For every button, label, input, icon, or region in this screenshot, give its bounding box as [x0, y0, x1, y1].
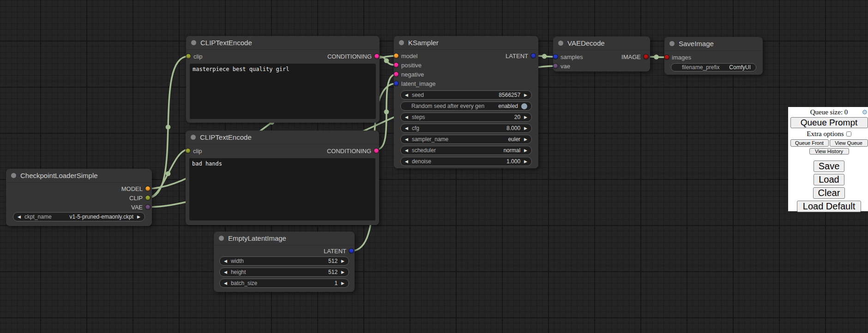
node-title-bar[interactable]: CLIPTextEncode	[186, 131, 379, 144]
port-images-input[interactable]	[664, 55, 669, 59]
node-title-bar[interactable]: CheckpointLoaderSimple	[6, 169, 152, 183]
increment-arrow-icon[interactable]: ▶	[341, 270, 344, 274]
widget-ckpt-name[interactable]: ◀ ckpt_name v1-5-pruned-emaonly.ckpt ▶	[13, 212, 145, 221]
decrement-arrow-icon[interactable]: ◀	[405, 93, 408, 97]
load-default-button[interactable]: Load Default	[797, 201, 861, 212]
port-image-output[interactable]	[644, 54, 648, 59]
view-queue-button[interactable]: View Queue	[830, 139, 868, 147]
port-positive-input[interactable]	[394, 63, 398, 67]
extra-options-checkbox[interactable]	[846, 131, 851, 137]
node-collapse-dot-icon[interactable]	[669, 41, 675, 46]
decrement-arrow-icon[interactable]: ◀	[405, 126, 408, 131]
widget-label: cfg	[412, 125, 419, 131]
increment-arrow-icon[interactable]: ▶	[524, 160, 527, 164]
input-label-latent-image: latent_image	[401, 80, 435, 87]
port-clip-output[interactable]	[145, 196, 150, 200]
clear-button[interactable]: Clear	[813, 187, 845, 199]
output-label-image: IMAGE	[621, 54, 641, 60]
port-model-output[interactable]	[145, 186, 150, 191]
node-clip-text-encode-negative[interactable]: CLIPTextEncode clip CONDITIONING bad han…	[186, 131, 379, 225]
port-model-input[interactable]	[394, 54, 398, 58]
node-graph-canvas[interactable]: CheckpointLoaderSimple MODEL CLIP VAE ◀ …	[0, 0, 868, 333]
node-collapse-dot-icon[interactable]	[191, 40, 196, 45]
increment-arrow-icon[interactable]: ▶	[341, 259, 344, 263]
toggle-enabled-icon[interactable]	[521, 103, 527, 109]
port-negative-input[interactable]	[394, 72, 398, 77]
output-label-latent: LATENT	[324, 248, 346, 255]
save-button[interactable]: Save	[814, 161, 845, 172]
widget-scheduler[interactable]: ◀ scheduler normal ▶	[400, 146, 532, 155]
node-title-bar[interactable]: SaveImage	[664, 37, 763, 51]
port-latent-output[interactable]	[349, 249, 354, 253]
node-save-image[interactable]: SaveImage images filename_prefix ComfyUI	[664, 37, 763, 75]
widget-seed[interactable]: ◀ seed 8566257 ▶	[400, 90, 532, 100]
port-samples-input[interactable]	[553, 54, 558, 59]
widget-sampler-name[interactable]: ◀ sampler_name euler ▶	[400, 135, 532, 144]
widget-filename-prefix[interactable]: filename_prefix ComfyUI	[671, 63, 756, 71]
settings-gear-icon[interactable]: ⚙	[862, 108, 868, 116]
output-label-vae: VAE	[131, 204, 143, 211]
extra-options-label: Extra options	[807, 130, 844, 138]
port-conditioning-output[interactable]	[374, 54, 379, 59]
negative-prompt-textarea[interactable]: bad hands	[189, 158, 375, 220]
widget-value: 8.000	[506, 125, 520, 131]
decrement-arrow-icon[interactable]: ◀	[224, 259, 227, 263]
node-title-bar[interactable]: KSampler	[394, 36, 538, 50]
increment-arrow-icon[interactable]: ▶	[524, 126, 527, 131]
node-collapse-dot-icon[interactable]	[399, 40, 404, 45]
decrement-arrow-icon[interactable]: ◀	[405, 137, 408, 142]
node-title: SaveImage	[679, 40, 714, 48]
node-title-bar[interactable]: CLIPTextEncode	[186, 36, 380, 50]
output-label-latent: LATENT	[506, 53, 528, 59]
decrement-arrow-icon[interactable]: ◀	[405, 115, 408, 119]
decrement-arrow-icon[interactable]: ◀	[224, 281, 227, 285]
node-collapse-dot-icon[interactable]	[191, 135, 196, 140]
decrement-arrow-icon[interactable]: ◀	[18, 215, 21, 219]
positive-prompt-textarea[interactable]: masterpiece best quality girl	[190, 64, 376, 119]
increment-arrow-icon[interactable]: ▶	[524, 149, 527, 153]
node-vae-decode[interactable]: VAEDecode samples IMAGE vae	[553, 36, 650, 71]
increment-arrow-icon[interactable]: ▶	[524, 137, 527, 142]
queue-prompt-button[interactable]: Queue Prompt	[790, 117, 868, 128]
node-clip-text-encode-positive[interactable]: CLIPTextEncode clip CONDITIONING masterp…	[186, 36, 380, 123]
node-collapse-dot-icon[interactable]	[219, 236, 224, 241]
view-history-button[interactable]: View History	[809, 148, 849, 155]
widget-cfg[interactable]: ◀ cfg 8.000 ▶	[400, 124, 532, 133]
port-clip-input[interactable]	[186, 54, 191, 59]
widget-steps[interactable]: ◀ steps 20 ▶	[400, 113, 532, 122]
increment-arrow-icon[interactable]: ▶	[524, 115, 527, 119]
widget-value: 512	[328, 258, 338, 264]
widget-width[interactable]: ◀ width 512 ▶	[219, 256, 349, 266]
port-clip-input[interactable]	[186, 149, 190, 153]
node-collapse-dot-icon[interactable]	[11, 173, 16, 178]
widget-batch-size[interactable]: ◀ batch_size 1 ▶	[219, 279, 349, 288]
port-latent-image-input[interactable]	[394, 81, 398, 86]
link-midpoint-dot	[384, 58, 389, 63]
increment-arrow-icon[interactable]: ▶	[137, 215, 140, 219]
load-button[interactable]: Load	[814, 174, 844, 185]
widget-value: v1-5-pruned-emaonly.ckpt	[70, 214, 134, 220]
increment-arrow-icon[interactable]: ▶	[524, 93, 527, 97]
increment-arrow-icon[interactable]: ▶	[341, 281, 344, 285]
port-conditioning-output[interactable]	[374, 149, 379, 153]
output-label-conditioning: CONDITIONING	[327, 148, 371, 155]
node-empty-latent-image[interactable]: EmptyLatentImage LATENT ◀ width 512 ▶ ◀ …	[214, 232, 355, 292]
widget-value: ComfyUI	[729, 64, 751, 71]
queue-front-button[interactable]: Queue Front	[790, 139, 829, 147]
port-vae-input[interactable]	[553, 64, 558, 68]
port-vae-output[interactable]	[145, 205, 150, 209]
node-ksampler[interactable]: KSampler model LATENT positive negative …	[394, 36, 538, 168]
node-title-bar[interactable]: EmptyLatentImage	[214, 232, 355, 245]
node-collapse-dot-icon[interactable]	[558, 41, 563, 46]
port-latent-output[interactable]	[531, 54, 536, 58]
widget-random-seed-toggle[interactable]: Random seed after every gen enabled	[400, 101, 532, 111]
decrement-arrow-icon[interactable]: ◀	[224, 270, 227, 274]
widget-height[interactable]: ◀ height 512 ▶	[219, 268, 349, 277]
node-title: CheckpointLoaderSimple	[20, 172, 98, 179]
widget-denoise[interactable]: ◀ denoise 1.000 ▶	[400, 157, 532, 166]
decrement-arrow-icon[interactable]: ◀	[405, 160, 408, 164]
node-title-bar[interactable]: VAEDecode	[553, 36, 650, 50]
widget-label: scheduler	[412, 147, 436, 154]
decrement-arrow-icon[interactable]: ◀	[405, 149, 408, 153]
node-checkpoint-loader-simple[interactable]: CheckpointLoaderSimple MODEL CLIP VAE ◀ …	[6, 169, 152, 226]
